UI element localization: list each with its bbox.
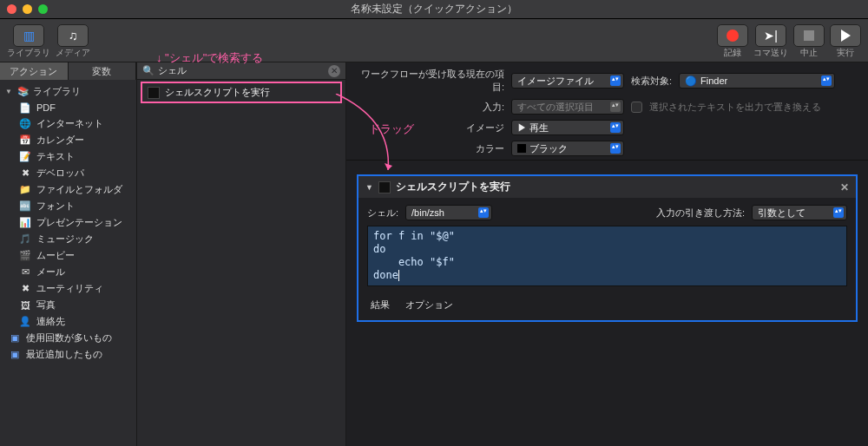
media-toggle-label: メディア (56, 47, 90, 59)
clear-search-button[interactable]: ✕ (328, 65, 340, 77)
action-result-label: シェルスクリプトを実行 (165, 86, 270, 99)
step-button[interactable]: ➤| コマ送り (753, 24, 788, 59)
workflow-area: ワークフローが受け取る現在の項目: イメージファイル▴▾ 検索対象: 🔵Find… (346, 62, 868, 446)
sidebar-item-label: ムービー (36, 249, 75, 262)
tab-action[interactable]: アクション (0, 62, 69, 80)
input-select[interactable]: すべての選択項目▴▾ (511, 99, 624, 115)
finder-icon: 🔵 (685, 74, 697, 88)
sidebar-item-label: カレンダー (36, 134, 84, 147)
sidebar-item[interactable]: 🌐インターネット (0, 115, 136, 132)
step-icon: ➤| (764, 29, 778, 43)
smart-folder-icon: ▣ (9, 332, 21, 344)
action-card-title: シェルスクリプトを実行 (396, 180, 510, 194)
color-select[interactable]: ブラック▴▾ (511, 141, 624, 156)
options-tab[interactable]: オプション (405, 298, 453, 312)
titlebar: 名称未設定（クイックアクション） (0, 0, 868, 19)
run-label: 実行 (837, 47, 854, 59)
sidebar-item[interactable]: 📝テキスト (0, 148, 136, 165)
search-input[interactable] (158, 66, 328, 76)
action-card-header[interactable]: ▼ シェルスクリプトを実行 ✕ (358, 176, 856, 198)
record-button[interactable]: 記録 (717, 24, 748, 59)
category-icon: 📁 (19, 184, 31, 196)
color-label: カラー (357, 142, 504, 155)
replace-text-checkbox[interactable] (631, 102, 642, 113)
media-icon: ♫ (69, 29, 78, 43)
workflow-canvas[interactable]: ▼ シェルスクリプトを実行 ✕ シェル: /bin/zsh▴▾ 入力の引き渡し方… (346, 161, 868, 446)
category-icon: 📊 (19, 217, 31, 229)
search-row: 🔍 ✕ (137, 62, 345, 80)
category-icon: ✉︎ (19, 266, 31, 279)
results-tab[interactable]: 結果 (371, 298, 390, 312)
play-icon (841, 30, 851, 42)
step-label: コマ送り (753, 47, 788, 59)
record-label: 記録 (724, 47, 741, 59)
category-icon: 🎵 (19, 233, 31, 246)
zoom-button[interactable] (38, 4, 48, 14)
action-card-run-shell-script: ▼ シェルスクリプトを実行 ✕ シェル: /bin/zsh▴▾ 入力の引き渡し方… (357, 174, 858, 322)
sidebar-item-label: ミュージック (36, 233, 94, 246)
smart-folder-icon: ▣ (9, 349, 21, 361)
image-select[interactable]: ▶ 再生▴▾ (511, 120, 624, 135)
replace-text-label: 選択されたテキストを出力で置き換える (649, 101, 821, 114)
category-icon: 📄 (19, 102, 31, 114)
run-button[interactable]: 実行 (830, 24, 861, 59)
sidebar-item[interactable]: 📁ファイルとフォルダ (0, 181, 136, 198)
sidebar-item[interactable]: 📄PDF (0, 100, 136, 115)
receives-label: ワークフローが受け取る現在の項目: (357, 68, 504, 94)
sidebar-item-label: ユーティリティ (36, 282, 103, 295)
library-sidebar: 📚ライブラリ 📄PDF🌐インターネット📅カレンダー📝テキスト✖︎デベロッパ📁ファ… (0, 80, 136, 366)
record-icon (727, 30, 739, 42)
passinput-label: 入力の引き渡し方法: (656, 207, 745, 220)
in-label: 検索対象: (631, 75, 672, 88)
media-toggle-button[interactable]: ♫ メディア (56, 24, 90, 59)
shell-select[interactable]: /bin/zsh▴▾ (405, 205, 492, 220)
sidebar-smart-item[interactable]: ▣使用回数が多いもの (0, 330, 136, 346)
actions-list-column: 🔍 ✕ シェルスクリプトを実行 (137, 62, 346, 446)
script-editor[interactable]: for f in "$@" do echo "$f" done (367, 226, 847, 286)
workflow-input-header: ワークフローが受け取る現在の項目: イメージファイル▴▾ 検索対象: 🔵Find… (346, 62, 868, 161)
action-result-run-shell-script[interactable]: シェルスクリプトを実行 (141, 82, 342, 103)
image-label: イメージ (357, 121, 504, 134)
close-button[interactable] (7, 4, 16, 14)
input-label: 入力: (357, 101, 504, 114)
color-swatch (517, 144, 526, 153)
shell-label: シェル: (367, 207, 398, 220)
category-icon: ✖︎ (19, 167, 31, 180)
sidebar-item[interactable]: 🎵ミュージック (0, 231, 136, 247)
sidebar-column: アクション 変数 📚ライブラリ 📄PDF🌐インターネット📅カレンダー📝テキスト✖… (0, 62, 137, 446)
in-app-select[interactable]: 🔵Finder▴▾ (679, 73, 835, 89)
passinput-select[interactable]: 引数として▴▾ (752, 205, 847, 220)
category-icon: 📅 (19, 134, 31, 147)
sidebar-item[interactable]: 👤連絡先 (0, 313, 136, 330)
library-toggle-button[interactable]: ▥ ライブラリ (7, 24, 50, 59)
sidebar-item[interactable]: 📊プレゼンテーション (0, 214, 136, 231)
sidebar-item[interactable]: 📅カレンダー (0, 132, 136, 148)
sidebar-item[interactable]: 🖼写真 (0, 297, 136, 313)
tab-variable[interactable]: 変数 (69, 62, 137, 80)
receives-select[interactable]: イメージファイル▴▾ (511, 73, 624, 89)
action-card-close-button[interactable]: ✕ (840, 181, 849, 193)
sidebar-item-label: 連絡先 (36, 315, 65, 328)
sidebar-item-label: フォント (36, 200, 75, 213)
sidebar-header-library[interactable]: 📚ライブラリ (0, 83, 136, 100)
search-icon: 🔍 (142, 65, 155, 76)
sidebar-item[interactable]: ✖︎デベロッパ (0, 165, 136, 181)
sidebar-item-label: 写真 (36, 298, 56, 312)
sidebar-item[interactable]: 🔤フォント (0, 198, 136, 214)
sidebar-item[interactable]: ✖︎ユーティリティ (0, 280, 136, 297)
minimize-button[interactable] (23, 4, 32, 14)
sidebar-item-label: メール (36, 266, 65, 279)
stop-button[interactable]: 中止 (793, 24, 825, 59)
sidebar-item-label: テキスト (36, 150, 75, 163)
disclosure-triangle-icon[interactable]: ▼ (365, 183, 373, 192)
library-toggle-label: ライブラリ (7, 47, 50, 59)
sidebar-item[interactable]: ✉︎メール (0, 264, 136, 280)
terminal-icon (148, 87, 160, 99)
sidebar-item-label: PDF (36, 102, 56, 113)
sidebar-item[interactable]: 🎬ムービー (0, 247, 136, 264)
sidebar-item-label: インターネット (36, 117, 103, 130)
sidebar-item-label: デベロッパ (36, 167, 84, 180)
stop-label: 中止 (800, 47, 818, 59)
sidebar-smart-item[interactable]: ▣最近追加したもの (0, 346, 136, 363)
stop-icon (804, 30, 814, 41)
